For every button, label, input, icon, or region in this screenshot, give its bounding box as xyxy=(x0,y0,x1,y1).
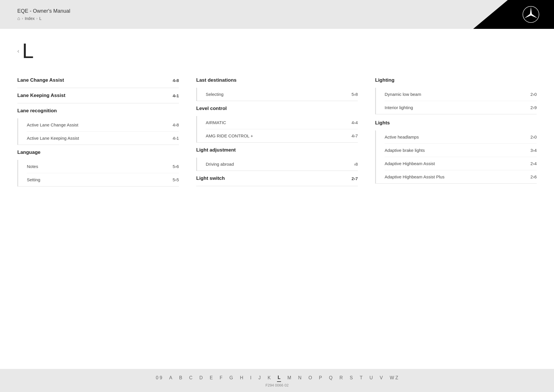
entry-language[interactable]: Language xyxy=(17,145,179,160)
alpha-nav-r[interactable]: R xyxy=(339,374,343,382)
sub-entry-interior-lighting[interactable]: Interior lighting 2›9 xyxy=(385,101,537,114)
sub-page: 5›5 xyxy=(173,177,179,182)
sub-label: Active Lane Change Assist xyxy=(27,122,78,127)
sub-page: 2›9 xyxy=(530,105,537,110)
breadcrumb-index[interactable]: Index xyxy=(25,16,35,21)
alpha-nav-j[interactable]: J xyxy=(258,374,261,382)
alpha-nav-f[interactable]: F xyxy=(219,374,223,382)
mercedes-logo xyxy=(522,6,540,23)
sub-entry-selecting[interactable]: Selecting 5›8 xyxy=(206,88,358,101)
prev-letter-button[interactable]: ‹ xyxy=(17,48,19,54)
index-column-1: Lane Change Assist 4›8 Lane Keeping Assi… xyxy=(17,73,179,186)
alpha-nav-d[interactable]: D xyxy=(199,374,203,382)
home-icon[interactable]: ⌂ xyxy=(17,16,20,21)
sub-label: Driving abroad xyxy=(206,162,234,167)
sub-light-adjustment: Driving abroad ›8 xyxy=(196,158,358,171)
sub-page: 2›4 xyxy=(530,161,537,166)
alpha-nav-i[interactable]: I xyxy=(250,374,252,382)
sub-label: Notes xyxy=(27,164,38,169)
entry-light-switch[interactable]: Light switch 2›7 xyxy=(196,171,358,186)
page-letter-area: ‹ L xyxy=(17,40,537,61)
alpha-nav-q[interactable]: Q xyxy=(328,374,333,382)
sub-entry-driving-abroad[interactable]: Driving abroad ›8 xyxy=(206,158,358,171)
bottom-bar: 0 9 A B C D E F G H I J K L M N O P Q R … xyxy=(0,369,554,392)
sub-page: 3›4 xyxy=(530,148,537,153)
sub-entry-amg-ride[interactable]: AMG RIDE CONTROL + 4›7 xyxy=(206,129,358,142)
index-column-2: Last destinations Selecting 5›8 Level co… xyxy=(196,73,358,186)
breadcrumb-current: L xyxy=(39,16,42,21)
alpha-nav-b[interactable]: B xyxy=(179,374,183,382)
alpha-nav-t[interactable]: T xyxy=(359,374,363,382)
alpha-nav-09[interactable]: 0 9 xyxy=(155,374,163,382)
header-left: EQE - Owner's Manual ⌂ › Index › L xyxy=(17,8,70,21)
sub-entry-dynamic-low-beam[interactable]: Dynamic low beam 2›0 xyxy=(385,88,537,101)
main-content: ‹ L Lane Change Assist 4›8 Lane Keeping … xyxy=(0,29,554,369)
entry-last-destinations[interactable]: Last destinations xyxy=(196,73,358,88)
sub-label: Dynamic low beam xyxy=(385,92,421,97)
sub-page: 4›7 xyxy=(351,133,358,138)
entry-light-adjustment[interactable]: Light adjustment xyxy=(196,143,358,158)
alpha-nav-m[interactable]: M xyxy=(287,374,292,382)
sub-entry-active-lane-change[interactable]: Active Lane Change Assist 4›8 xyxy=(27,118,179,132)
sub-label: AIRMATIC xyxy=(206,120,226,125)
entry-label: Light adjustment xyxy=(196,147,236,153)
alpha-nav-c[interactable]: C xyxy=(189,374,193,382)
sub-entry-notes[interactable]: Notes 5›6 xyxy=(27,160,179,173)
entry-label: Lighting xyxy=(375,77,394,83)
entry-lights[interactable]: Lights xyxy=(375,115,537,130)
alpha-nav: 0 9 A B C D E F G H I J K L M N O P Q R … xyxy=(155,374,399,382)
breadcrumb: ⌂ › Index › L xyxy=(17,16,70,21)
sub-entry-active-lane-keeping[interactable]: Active Lane Keeping Assist 4›1 xyxy=(27,132,179,145)
sub-page: ›8 xyxy=(354,162,358,167)
sub-entry-adaptive-highbeam-plus[interactable]: Adaptive Highbeam Assist Plus 2›6 xyxy=(385,170,537,183)
breadcrumb-sep-2: › xyxy=(36,16,38,20)
doc-code: F294 0066 02 xyxy=(265,383,289,387)
alpha-nav-wz[interactable]: W Z xyxy=(389,374,399,382)
sub-lane-recognition: Active Lane Change Assist 4›8 Active Lan… xyxy=(17,118,179,145)
sub-entry-adaptive-highbeam[interactable]: Adaptive Highbeam Assist 2›4 xyxy=(385,157,537,170)
index-grid: Lane Change Assist 4›8 Lane Keeping Assi… xyxy=(17,73,537,186)
sub-page: 5›6 xyxy=(173,164,179,169)
sub-level-control: AIRMATIC 4›4 AMG RIDE CONTROL + 4›7 xyxy=(196,116,358,143)
sub-label: Selecting xyxy=(206,92,224,97)
alpha-nav-l[interactable]: L xyxy=(277,374,281,382)
header-logo-area xyxy=(473,0,554,29)
alpha-nav-e[interactable]: E xyxy=(209,374,214,382)
entry-label: Lane Keeping Assist xyxy=(17,93,65,98)
sub-label: Interior lighting xyxy=(385,105,413,110)
header-title: EQE - Owner's Manual xyxy=(17,8,70,14)
svg-point-4 xyxy=(530,13,532,16)
alpha-nav-v[interactable]: V xyxy=(379,374,383,382)
sub-last-destinations: Selecting 5›8 xyxy=(196,88,358,101)
sub-lighting: Dynamic low beam 2›0 Interior lighting 2… xyxy=(375,88,537,114)
entry-label: Lights xyxy=(375,120,390,126)
sub-entry-airmatic[interactable]: AIRMATIC 4›4 xyxy=(206,116,358,129)
entry-lane-change-assist[interactable]: Lane Change Assist 4›8 xyxy=(17,73,179,88)
header: EQE - Owner's Manual ⌂ › Index › L xyxy=(0,0,554,29)
sub-entry-setting[interactable]: Setting 5›5 xyxy=(27,173,179,186)
sub-label: Active headlamps xyxy=(385,135,419,139)
sub-page: 4›8 xyxy=(173,122,179,127)
alpha-nav-p[interactable]: P xyxy=(318,374,323,382)
entry-lane-recognition[interactable]: Lane recognition xyxy=(17,103,179,118)
alpha-nav-u[interactable]: U xyxy=(369,374,374,382)
sub-entry-adaptive-brake-lights[interactable]: Adaptive brake lights 3›4 xyxy=(385,144,537,157)
svg-marker-1 xyxy=(530,7,532,14)
sub-entry-active-headlamps[interactable]: Active headlamps 2›0 xyxy=(385,130,537,144)
alpha-nav-a[interactable]: A xyxy=(169,374,173,382)
breadcrumb-sep-1: › xyxy=(22,16,23,20)
alpha-nav-s[interactable]: S xyxy=(349,374,353,382)
alpha-nav-h[interactable]: H xyxy=(239,374,244,382)
alpha-nav-o[interactable]: O xyxy=(308,374,312,382)
entry-level-control[interactable]: Level control xyxy=(196,101,358,116)
entry-lane-keeping-assist[interactable]: Lane Keeping Assist 4›1 xyxy=(17,88,179,103)
alpha-nav-n[interactable]: N xyxy=(297,374,302,382)
entry-lighting[interactable]: Lighting xyxy=(375,73,537,88)
sub-label: Adaptive Highbeam Assist Plus xyxy=(385,174,445,179)
entry-label: Last destinations xyxy=(196,77,237,83)
entry-label: Light switch xyxy=(196,176,225,181)
sub-page: 2›0 xyxy=(530,135,537,139)
alpha-nav-k[interactable]: K xyxy=(267,374,272,382)
alpha-nav-g[interactable]: G xyxy=(229,374,233,382)
entry-page: 4›1 xyxy=(173,93,179,98)
